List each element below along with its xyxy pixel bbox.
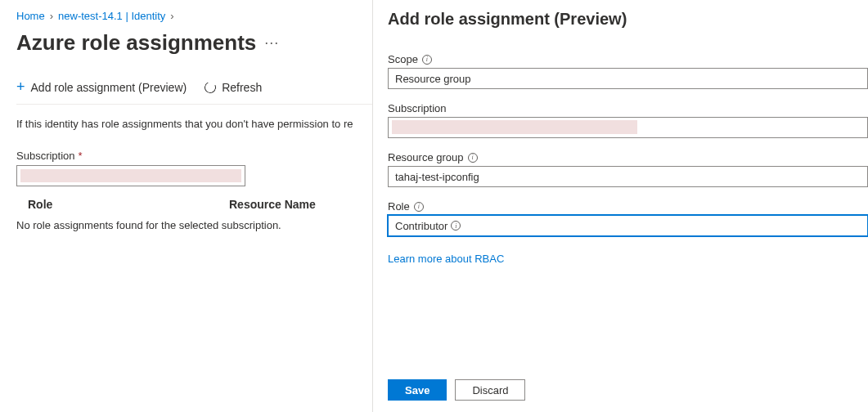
col-role: Role <box>16 198 229 211</box>
subscription-dropdown[interactable] <box>16 165 245 186</box>
scope-value: Resource group <box>395 73 471 85</box>
required-asterisk: * <box>79 150 83 162</box>
refresh-button[interactable]: Refresh <box>205 81 262 94</box>
role-group: Role Contributor <box>388 200 868 236</box>
info-icon[interactable] <box>468 153 478 163</box>
role-label-text: Role <box>388 200 410 213</box>
flyout-subscription-dropdown[interactable] <box>388 117 868 138</box>
learn-more-link[interactable]: Learn more about RBAC <box>388 253 868 265</box>
flyout-footer: Save Discard <box>388 371 868 412</box>
more-icon[interactable]: ··· <box>264 34 279 52</box>
flyout-title: Add role assignment (Preview) <box>388 10 868 29</box>
flyout-subscription-label-text: Subscription <box>388 102 447 114</box>
page-title: Azure role assignments <box>16 30 256 56</box>
discard-button[interactable]: Discard <box>455 379 525 401</box>
col-resource: Resource Name <box>229 198 316 211</box>
refresh-label: Refresh <box>222 81 262 94</box>
resource-group-label: Resource group <box>388 151 868 163</box>
resource-group-group: Resource group tahaj-test-ipconfig <box>388 151 868 187</box>
spacer <box>388 265 868 371</box>
scope-group: Scope Resource group <box>388 53 868 89</box>
chevron-right-icon: › <box>50 10 53 22</box>
subscription-group: Subscription <box>388 102 868 138</box>
role-dropdown[interactable]: Contributor <box>388 215 868 236</box>
refresh-icon <box>203 80 218 95</box>
role-label: Role <box>388 200 868 213</box>
plus-icon <box>16 78 25 96</box>
add-role-assignment-button[interactable]: Add role assignment (Preview) <box>16 78 187 96</box>
flyout-subscription-label: Subscription <box>388 102 868 114</box>
breadcrumb-home[interactable]: Home <box>16 10 45 22</box>
rg-label-text: Resource group <box>388 151 464 163</box>
role-value: Contributor <box>395 220 447 232</box>
scope-label: Scope <box>388 53 868 65</box>
info-icon[interactable] <box>414 202 424 212</box>
add-role-label: Add role assignment (Preview) <box>31 81 187 94</box>
info-icon[interactable] <box>422 55 432 65</box>
add-role-flyout: Add role assignment (Preview) Scope Reso… <box>372 0 868 412</box>
info-icon[interactable] <box>451 221 461 231</box>
breadcrumb-item[interactable]: new-test-14.1 | Identity <box>58 10 165 22</box>
subscription-label-text: Subscription <box>16 150 75 162</box>
rg-value: tahaj-test-ipconfig <box>395 171 479 183</box>
resource-group-dropdown[interactable]: tahaj-test-ipconfig <box>388 166 868 187</box>
scope-label-text: Scope <box>388 53 418 65</box>
scope-dropdown[interactable]: Resource group <box>388 68 868 89</box>
save-button[interactable]: Save <box>388 379 447 401</box>
chevron-right-icon: › <box>170 10 173 22</box>
